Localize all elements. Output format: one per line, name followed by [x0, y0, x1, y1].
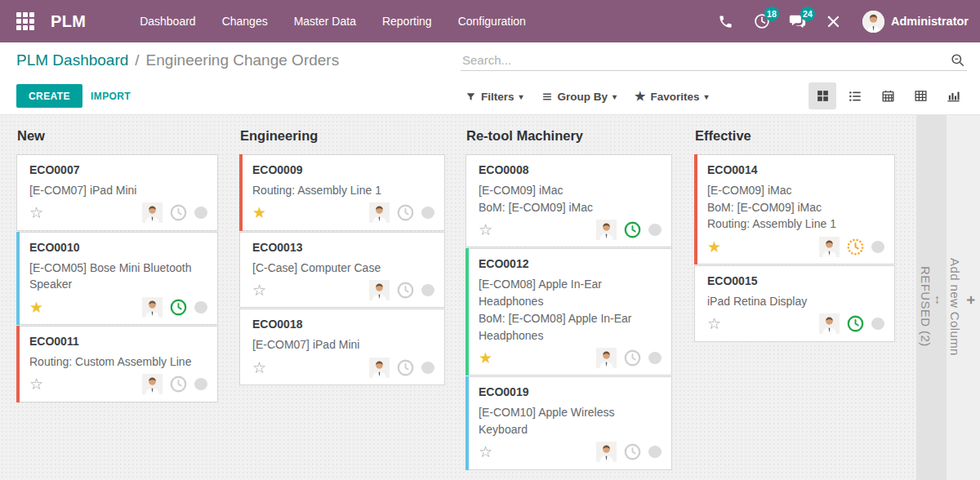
kanban-status-dot[interactable] [194, 301, 207, 313]
star-icon[interactable]: ☆ [479, 444, 492, 460]
star-icon[interactable]: ☆ [252, 282, 266, 298]
phone-icon[interactable] [712, 7, 740, 35]
avatar[interactable] [142, 297, 163, 318]
kanban-status-dot[interactable] [648, 224, 662, 236]
activity-clock-icon[interactable] [170, 376, 187, 393]
activity-clock-icon[interactable] [397, 282, 414, 299]
kanban-status-dot[interactable] [421, 207, 434, 219]
list-view-button[interactable] [841, 82, 869, 109]
activity-clock-icon[interactable] [847, 238, 864, 256]
activity-clock-icon[interactable] [624, 349, 641, 367]
star-icon[interactable]: ☆ [29, 376, 43, 392]
activity-clock-icon[interactable] [397, 204, 414, 221]
star-icon[interactable]: ★ [252, 205, 266, 220]
star-icon[interactable]: ☆ [252, 360, 266, 376]
filter-funnel-icon [466, 91, 476, 102]
kanban-card[interactable]: ECO0012 [E-COM08] Apple In-Ear Headphone… [466, 248, 672, 376]
star-icon[interactable]: ☆ [707, 316, 721, 331]
kanban-card[interactable]: ECO0015 iPad Retina Display ☆ [694, 265, 895, 342]
kanban-card[interactable]: ECO0019 [E-COM10] Apple Wireless Keyboar… [466, 376, 672, 469]
avatar[interactable] [369, 358, 390, 378]
create-button[interactable]: CREATE [16, 84, 82, 108]
star-icon[interactable]: ☆ [29, 205, 43, 220]
menu-changes[interactable]: Changes [212, 8, 278, 34]
kanban-view-button[interactable] [808, 82, 836, 109]
avatar[interactable] [819, 313, 840, 334]
apps-grid-icon[interactable] [15, 11, 36, 32]
kanban-column: Re-tool Machinery ECO0008 [E-COM09] iMac… [466, 115, 672, 470]
star-icon[interactable]: ★ [707, 239, 721, 255]
view-switcher [808, 82, 967, 109]
card-line: Routing: Assembly Line 1 [252, 182, 434, 199]
kanban-card[interactable]: ECO0018 [E-COM07] iPad Mini ☆ [239, 309, 445, 385]
graph-view-button[interactable] [939, 82, 967, 109]
activity-clock-icon[interactable] [170, 204, 187, 221]
user-menu[interactable]: Administrator [862, 11, 969, 33]
kanban-card[interactable]: ECO0011 Routing: Custom Assembly Line ☆ [16, 326, 218, 402]
kanban-status-dot[interactable] [421, 284, 434, 296]
app-title[interactable]: PLM [51, 12, 86, 31]
star-icon[interactable]: ★ [479, 350, 492, 366]
avatar[interactable] [819, 237, 840, 257]
activity-clock-icon[interactable] [847, 315, 864, 332]
card-line: [E-COM07] iPad Mini [252, 336, 434, 353]
card-lines: Routing: Custom Assembly Line [29, 353, 207, 371]
add-new-column[interactable]: + Add new Column [947, 115, 980, 480]
kanban-card[interactable]: ECO0014 [E-COM09] iMacBoM: [E-COM09] iMa… [694, 154, 895, 264]
collapsed-column-refused[interactable]: ↔ REFUSED (2) [916, 115, 947, 480]
kanban-status-dot[interactable] [648, 446, 662, 458]
filters-dropdown[interactable]: Filters▾ [466, 91, 523, 103]
menu-reporting[interactable]: Reporting [372, 8, 442, 34]
menu-master-data[interactable]: Master Data [284, 8, 366, 34]
card-line: [E-COM07] iPad Mini [29, 182, 207, 199]
activities-clock-icon[interactable]: 18 [748, 7, 776, 35]
star-icon[interactable]: ☆ [479, 222, 492, 238]
kanban-status-dot[interactable] [871, 318, 884, 330]
kanban-status-dot[interactable] [871, 241, 884, 253]
tools-wrench-icon[interactable] [820, 7, 848, 35]
activity-clock-icon[interactable] [624, 221, 641, 238]
kanban-card[interactable]: ECO0008 [E-COM09] iMacBoM: [E-COM09] iMa… [466, 154, 672, 247]
pivot-view-button[interactable] [906, 82, 934, 109]
card-footer: ☆ [252, 356, 434, 379]
search-box [461, 50, 967, 71]
star-icon[interactable]: ★ [29, 300, 43, 315]
avatar[interactable] [596, 220, 617, 240]
kanban-status-dot[interactable] [648, 352, 662, 364]
avatar[interactable] [142, 374, 163, 394]
avatar[interactable] [596, 442, 617, 462]
breadcrumb-parent-link[interactable]: PLM Dashboard [16, 51, 128, 69]
card-lines: iPad Retina Display [707, 293, 884, 310]
activity-clock-icon[interactable] [397, 359, 414, 376]
card-name: ECO0007 [29, 163, 207, 176]
avatar[interactable] [142, 202, 163, 223]
kanban-card[interactable]: ECO0010 [E-COM05] Bose Mini Bluetooth Sp… [16, 232, 218, 325]
kanban-status-dot[interactable] [421, 362, 434, 374]
search-input[interactable] [462, 53, 950, 67]
calendar-view-button[interactable] [874, 82, 902, 109]
avatar[interactable] [369, 202, 390, 223]
card-name: ECO0018 [252, 318, 434, 331]
kanban-status-dot[interactable] [194, 378, 207, 390]
group-by-bars-icon [541, 91, 553, 102]
kanban-card[interactable]: ECO0009 Routing: Assembly Line 1 ★ [239, 154, 445, 231]
breadcrumb-row: PLM Dashboard / Engineering Change Order… [0, 42, 980, 78]
kanban-status-dot[interactable] [194, 207, 207, 219]
menu-dashboard[interactable]: Dashboard [130, 8, 206, 34]
chevron-down-icon: ▾ [705, 92, 709, 101]
kanban-card[interactable]: ECO0013 [C-Case] Computer Case ☆ [239, 232, 445, 309]
avatar[interactable] [596, 348, 617, 368]
card-line: [C-Case] Computer Case [252, 260, 434, 277]
kanban-card[interactable]: ECO0007 [E-COM07] iPad Mini ☆ [16, 154, 218, 231]
import-button[interactable]: IMPORT [82, 84, 139, 108]
avatar[interactable] [369, 280, 390, 300]
user-name: Administrator [891, 15, 969, 28]
column-cards: ECO0007 [E-COM07] iPad Mini ☆ ECO0010 [E… [16, 154, 218, 402]
activity-clock-icon[interactable] [624, 443, 641, 460]
messages-chat-icon[interactable]: 24 [784, 7, 812, 35]
menu-configuration[interactable]: Configuration [448, 8, 536, 34]
search-icon[interactable] [950, 52, 965, 68]
activity-clock-icon[interactable] [170, 299, 187, 316]
group-by-dropdown[interactable]: Group By▾ [541, 91, 617, 103]
favorites-dropdown[interactable]: ★ Favorites▾ [635, 89, 709, 104]
